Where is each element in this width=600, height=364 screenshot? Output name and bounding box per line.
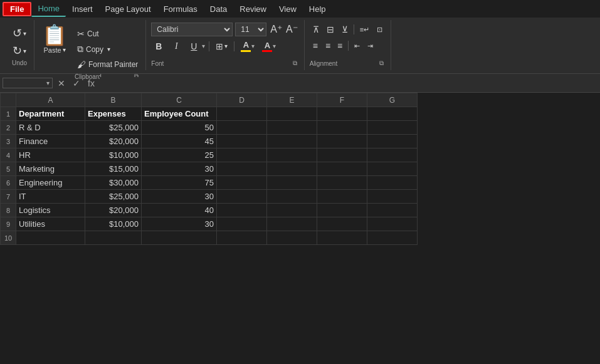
cell[interactable] bbox=[367, 162, 418, 176]
cell[interactable]: Logistics bbox=[16, 204, 85, 217]
menu-item-insert[interactable]: Insert bbox=[66, 2, 99, 16]
paste-button[interactable]: 📋 Paste ▾ bbox=[39, 23, 70, 56]
cell[interactable]: Marketing bbox=[16, 162, 85, 176]
cell[interactable] bbox=[85, 231, 142, 245]
align-top-button[interactable]: ⊼ bbox=[310, 23, 322, 36]
menu-item-home[interactable]: Home bbox=[31, 1, 66, 17]
cell[interactable] bbox=[217, 176, 267, 190]
formula-fx-button[interactable]: fx bbox=[85, 77, 97, 90]
cell[interactable]: $10,000 bbox=[85, 217, 142, 231]
cell[interactable] bbox=[317, 204, 367, 217]
cell[interactable] bbox=[267, 121, 317, 135]
formula-confirm-button[interactable]: ✓ bbox=[70, 77, 83, 90]
cell[interactable] bbox=[317, 107, 367, 121]
cell[interactable]: 40 bbox=[142, 204, 217, 217]
merge-center-button[interactable]: ⊡ bbox=[374, 24, 386, 36]
cell[interactable]: Engineering bbox=[16, 176, 85, 190]
cell[interactable]: 30 bbox=[142, 217, 217, 231]
cell[interactable] bbox=[16, 231, 85, 245]
decrease-font-size-button[interactable]: A⁻ bbox=[285, 24, 299, 34]
bold-button[interactable]: B bbox=[151, 40, 166, 53]
cell[interactable]: Department bbox=[16, 107, 85, 121]
col-header-f[interactable]: F bbox=[317, 93, 367, 107]
font-color-button[interactable]: A ▾ bbox=[260, 39, 278, 53]
align-center-button[interactable]: ≡ bbox=[322, 39, 333, 53]
cell[interactable] bbox=[267, 148, 317, 162]
cell[interactable] bbox=[142, 231, 217, 245]
font-name-select[interactable]: Calibri bbox=[151, 23, 233, 36]
copy-button[interactable]: ⧉ Copy ▾ bbox=[75, 43, 140, 56]
name-box[interactable]: ▾ bbox=[3, 78, 53, 88]
cell[interactable] bbox=[367, 217, 418, 231]
cell[interactable] bbox=[217, 190, 267, 204]
cell[interactable]: Employee Count bbox=[142, 107, 217, 121]
cell[interactable] bbox=[317, 176, 367, 190]
col-header-e[interactable]: E bbox=[267, 93, 317, 107]
underline-button[interactable]: U bbox=[186, 40, 201, 53]
align-left-button[interactable]: ≡ bbox=[310, 39, 321, 53]
cell[interactable] bbox=[217, 204, 267, 217]
menu-item-review[interactable]: Review bbox=[233, 2, 273, 16]
col-header-a[interactable]: A bbox=[16, 93, 85, 107]
align-right-button[interactable]: ≡ bbox=[334, 39, 345, 53]
menu-item-file[interactable]: File bbox=[3, 2, 31, 16]
col-header-d[interactable]: D bbox=[217, 93, 267, 107]
cell[interactable] bbox=[267, 217, 317, 231]
menu-item-formulas[interactable]: Formulas bbox=[157, 2, 204, 16]
cell[interactable] bbox=[317, 162, 367, 176]
highlight-color-button[interactable]: A ▾ bbox=[238, 39, 257, 53]
col-header-b[interactable]: B bbox=[85, 93, 142, 107]
align-bottom-button[interactable]: ⊻ bbox=[339, 23, 351, 36]
undo-button[interactable]: ↺ ▾ bbox=[10, 25, 29, 41]
redo-button[interactable]: ↻ ▾ bbox=[10, 43, 29, 59]
cell[interactable] bbox=[317, 121, 367, 135]
cell[interactable] bbox=[367, 176, 418, 190]
cell[interactable] bbox=[267, 231, 317, 245]
cell[interactable]: Expenses bbox=[85, 107, 142, 121]
cell[interactable] bbox=[217, 121, 267, 135]
cell[interactable]: 30 bbox=[142, 190, 217, 204]
cell[interactable] bbox=[217, 135, 267, 148]
formula-cancel-button[interactable]: ✕ bbox=[55, 77, 68, 90]
cell[interactable]: 50 bbox=[142, 121, 217, 135]
borders-button[interactable]: ⊞ ▾ bbox=[213, 40, 230, 53]
col-header-g[interactable]: G bbox=[367, 93, 418, 107]
cell[interactable]: 25 bbox=[142, 148, 217, 162]
increase-font-size-button[interactable]: A⁺ bbox=[269, 24, 283, 34]
menu-item-page-layout[interactable]: Page Layout bbox=[99, 2, 157, 16]
decrease-indent-button[interactable]: ⇤ bbox=[351, 40, 363, 52]
cell[interactable] bbox=[267, 176, 317, 190]
cell[interactable] bbox=[217, 148, 267, 162]
cell[interactable]: 45 bbox=[142, 135, 217, 148]
cell[interactable] bbox=[267, 135, 317, 148]
cell[interactable]: $20,000 bbox=[85, 135, 142, 148]
cell[interactable] bbox=[367, 231, 418, 245]
cell[interactable] bbox=[367, 121, 418, 135]
cell[interactable] bbox=[267, 162, 317, 176]
cell[interactable]: $30,000 bbox=[85, 176, 142, 190]
font-expand-button[interactable]: ⧉ bbox=[291, 59, 299, 68]
cell[interactable]: $10,000 bbox=[85, 148, 142, 162]
cell[interactable] bbox=[217, 231, 267, 245]
cell[interactable]: $20,000 bbox=[85, 204, 142, 217]
cell[interactable] bbox=[267, 204, 317, 217]
menu-item-help[interactable]: Help bbox=[303, 2, 332, 16]
cell[interactable] bbox=[317, 231, 367, 245]
align-middle-button[interactable]: ⊟ bbox=[324, 23, 337, 36]
cell[interactable] bbox=[217, 107, 267, 121]
format-painter-button[interactable]: 🖌 Format Painter bbox=[75, 58, 140, 71]
menu-item-view[interactable]: View bbox=[273, 2, 303, 16]
cell[interactable]: IT bbox=[16, 190, 85, 204]
cell[interactable]: $25,000 bbox=[85, 190, 142, 204]
cell[interactable] bbox=[367, 204, 418, 217]
cell[interactable]: $25,000 bbox=[85, 121, 142, 135]
menu-item-data[interactable]: Data bbox=[204, 2, 233, 16]
cell[interactable]: Utilities bbox=[16, 217, 85, 231]
cell[interactable] bbox=[317, 148, 367, 162]
col-header-c[interactable]: C bbox=[142, 93, 217, 107]
cell[interactable]: HR bbox=[16, 148, 85, 162]
cell[interactable] bbox=[267, 190, 317, 204]
cell[interactable]: R & D bbox=[16, 121, 85, 135]
cell[interactable] bbox=[217, 162, 267, 176]
cell[interactable] bbox=[317, 135, 367, 148]
